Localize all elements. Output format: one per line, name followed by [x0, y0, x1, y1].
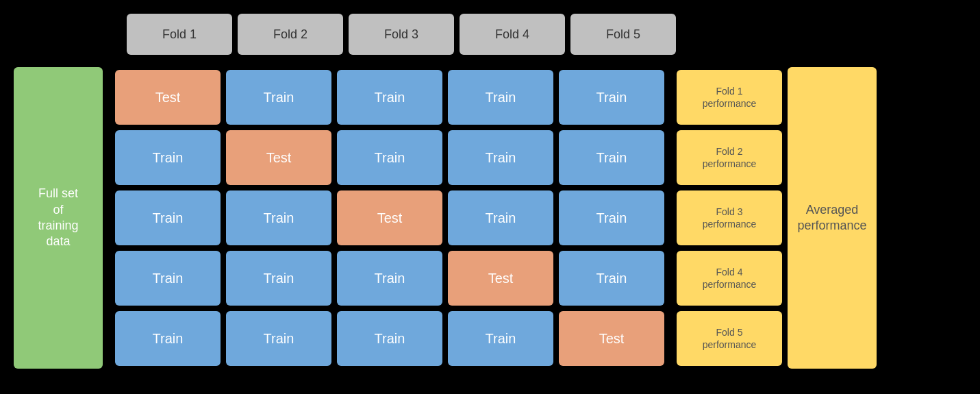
- fold-header-4: Fold 4: [460, 14, 565, 55]
- cell-r4-f5: Train: [559, 251, 664, 306]
- cell-r3-f5: Train: [559, 190, 664, 245]
- fold-grid: Test Train Train Train Train Train: [115, 70, 664, 366]
- cell-r5-f2: Train: [226, 311, 331, 366]
- cell-r1-f4: Train: [448, 70, 553, 125]
- fold-header-3: Fold 3: [349, 14, 454, 55]
- fold4-performance: Fold 4performance: [677, 251, 782, 306]
- cell-r2-f2: Test: [226, 130, 331, 185]
- fold-headers: Fold 1 Fold 2 Fold 3 Fold 4 Fold 5: [127, 14, 966, 55]
- cell-r5-f4: Train: [448, 311, 553, 366]
- grid-row-1: Test Train Train Train Train: [115, 70, 664, 125]
- main-container: Fold 1 Fold 2 Fold 3 Fold 4 Fold 5 Full …: [0, 0, 980, 394]
- grid-row-5: Train Train Train Train Test: [115, 311, 664, 366]
- cell-r4-f2: Train: [226, 251, 331, 306]
- grid-row-2: Train Test Train Train Train: [115, 130, 664, 185]
- fold3-performance: Fold 3performance: [677, 190, 782, 245]
- fold-header-5: Fold 5: [570, 14, 676, 55]
- cell-r1-f1: Test: [115, 70, 221, 125]
- grid-row-3: Train Train Test Train Train: [115, 190, 664, 245]
- cell-r3-f4: Train: [448, 190, 553, 245]
- cell-r4-f4: Test: [448, 251, 553, 306]
- main-content: Full setoftrainingdata Test Train Train …: [14, 67, 966, 369]
- grid-row-4: Train Train Train Test Train: [115, 251, 664, 306]
- averaged-section: Averagedperformance: [788, 67, 877, 369]
- cell-r2-f5: Train: [559, 130, 664, 185]
- cell-r2-f4: Train: [448, 130, 553, 185]
- cell-r5-f1: Train: [115, 311, 221, 366]
- fold-header-1: Fold 1: [127, 14, 232, 55]
- cell-r5-f5: Test: [559, 311, 664, 366]
- averaged-performance: Averagedperformance: [788, 67, 877, 369]
- cell-r1-f5: Train: [559, 70, 664, 125]
- performance-section: Fold 1performance Fold 2performance Fold…: [677, 70, 782, 366]
- cell-r4-f1: Train: [115, 251, 221, 306]
- fold-header-2: Fold 2: [238, 14, 343, 55]
- full-set-label: Full setoftrainingdata: [14, 67, 103, 369]
- cell-r3-f2: Train: [226, 190, 331, 245]
- fold2-performance: Fold 2performance: [677, 130, 782, 185]
- cell-r2-f1: Train: [115, 130, 221, 185]
- cell-r3-f1: Train: [115, 190, 221, 245]
- fold1-performance: Fold 1performance: [677, 70, 782, 125]
- cell-r1-f3: Train: [337, 70, 442, 125]
- cell-r4-f3: Train: [337, 251, 442, 306]
- cell-r2-f3: Train: [337, 130, 442, 185]
- averaged-label: Averagedperformance: [797, 202, 866, 234]
- cell-r3-f3: Test: [337, 190, 442, 245]
- fold5-performance: Fold 5performance: [677, 311, 782, 366]
- cell-r5-f3: Train: [337, 311, 442, 366]
- cell-r1-f2: Train: [226, 70, 331, 125]
